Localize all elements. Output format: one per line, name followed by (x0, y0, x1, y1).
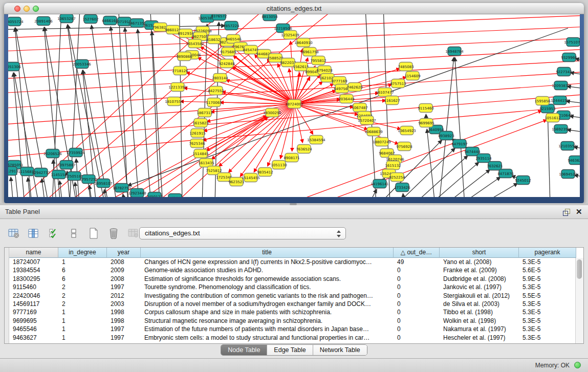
graph-node-8813054[interactable]: 8813054 (262, 14, 278, 21)
graph-node-7625346[interactable]: 7625346 (189, 139, 205, 148)
table-cell-year[interactable]: 2008 (107, 275, 141, 283)
table-row[interactable]: 1456911722003Disruption of a novel membe… (9, 300, 577, 308)
table-cell-short[interactable]: Hescheler et al. (1997) (440, 334, 519, 342)
graph-node-12213393[interactable]: 12213393 (168, 83, 187, 92)
graph-node-9115460[interactable]: 9115460 (418, 104, 433, 113)
graph-node-8454749[interactable]: 8454749 (243, 46, 258, 54)
column-header-short[interactable]: short (440, 248, 519, 258)
network-window-titlebar[interactable]: citations_edges.txt (4, 3, 584, 14)
graph-node-1067487[interactable]: 1067487 (352, 103, 367, 112)
graph-node-7857224[interactable]: 7857224 (223, 21, 239, 30)
table-row[interactable]: 911546021997Tourette syndrome. Phenomeno… (9, 283, 577, 291)
table-cell-short[interactable]: Dudbridge et al. (2008) (440, 275, 519, 283)
graph-node-16107477[interactable]: 16107477 (376, 88, 394, 97)
graph-node-9756928[interactable]: 9756928 (396, 142, 412, 151)
graph-node-6497568[interactable]: 6497568 (334, 84, 350, 93)
graph-node-7485083[interactable]: 7485083 (398, 62, 413, 71)
graph-node-11156819[interactable]: 11156819 (18, 167, 36, 176)
graph-node-15751074[interactable]: 15751074 (564, 38, 580, 47)
graph-node-9175685[interactable]: 9175685 (220, 48, 236, 56)
graph-node-9699695[interactable]: 9699695 (418, 119, 434, 127)
table-cell-title[interactable]: Genome-wide association studies in ADHD. (141, 266, 394, 274)
graph-node-16961758[interactable]: 16961758 (300, 48, 319, 56)
table-cell-year[interactable]: 1997 (107, 325, 141, 333)
table-cell-out_degree[interactable]: 0 (394, 266, 440, 274)
tab-edge-table[interactable]: Edge Table (267, 345, 313, 355)
table-scrollbar[interactable] (575, 258, 583, 344)
graph-node-17359924[interactable]: 17359924 (67, 148, 85, 157)
tab-node-table[interactable]: Node Table (221, 345, 267, 355)
graph-node-9835412[interactable]: 9835412 (257, 168, 273, 177)
table-row[interactable]: 946362711997Embryonic stem cells: a mode… (9, 334, 577, 342)
table-cell-short[interactable]: Franke et al. (2009) (440, 266, 519, 274)
table-cell-short[interactable]: Wolkin et al. (1998) (440, 317, 519, 325)
graph-node-9245012[interactable]: 9245012 (515, 176, 531, 185)
column-header-title[interactable]: title (141, 248, 394, 258)
table-cell-short[interactable]: Jankovic et al. (1997) (440, 283, 519, 291)
graph-node-1514845[interactable]: 1514845 (192, 149, 208, 158)
graph-node-1261915[interactable]: 1261915 (189, 129, 205, 138)
table-cell-out_degree[interactable]: 0 (394, 334, 440, 342)
table-cell-in_degree[interactable]: 1 (58, 334, 107, 342)
table-cell-pagerank[interactable]: 5.3E-5 (519, 258, 576, 266)
table-cell-name[interactable]: 14569117 (9, 300, 58, 308)
graph-node-12444150[interactable]: 12444150 (551, 96, 569, 105)
column-header-in_degree[interactable]: in_degree (58, 248, 107, 258)
table-cell-in_degree[interactable]: 6 (58, 275, 107, 283)
graph-node-14671355[interactable]: 14671355 (128, 19, 146, 28)
table-cell-pagerank[interactable]: 5.3E-5 (519, 300, 576, 308)
table-row[interactable]: 1872400712008Changes of HCN gene express… (9, 258, 577, 266)
graph-node-15692391[interactable]: 15692391 (552, 125, 570, 134)
close-panel-icon[interactable]: ✕ (576, 207, 582, 217)
table-cell-year[interactable]: 2009 (107, 266, 141, 274)
graph-node-8186328[interactable]: 8186328 (206, 35, 222, 44)
table-row[interactable]: 1938455462009Genome-wide association stu… (9, 266, 577, 274)
table-cell-out_degree[interactable]: 0 (394, 308, 440, 316)
graph-node-1867313[interactable]: 1867313 (197, 108, 212, 117)
graph-node-15145455[interactable]: 15145455 (242, 173, 260, 182)
table-cell-title[interactable]: Estimation of significance thresholds fo… (141, 275, 394, 283)
graph-node-9463627[interactable]: 9463627 (568, 156, 580, 165)
graph-node-16948784[interactable]: 16948784 (445, 47, 464, 56)
table-row[interactable]: 1830029562008Estimation of significance … (9, 275, 577, 283)
table-cell-out_degree[interactable]: 0 (394, 283, 440, 291)
float-panel-icon[interactable] (563, 209, 570, 215)
table-row[interactable]: 977716911998Corpus callosum shape and si… (9, 308, 577, 316)
graph-node-12923448[interactable]: 12923448 (128, 189, 146, 198)
table-cell-name[interactable]: 9115460 (9, 283, 58, 291)
table-cell-out_degree[interactable]: 0 (394, 317, 440, 325)
graph-node-9463325[interactable]: 9463325 (167, 194, 183, 198)
table-cell-year[interactable]: 2003 (107, 300, 141, 308)
graph-node-7955812[interactable]: 7955812 (310, 56, 326, 65)
graph-node-7963822[interactable]: 7963822 (152, 23, 168, 32)
graph-node-1051612[interactable]: 1051612 (545, 114, 560, 122)
graph-node-9329966[interactable]: 9329966 (561, 53, 577, 62)
column-header-out_degree[interactable]: △ out_de… (394, 248, 440, 258)
graph-node-7632621[interactable]: 7632621 (487, 162, 503, 170)
graph-node-3912913[interactable]: 3912913 (8, 167, 18, 176)
graph-node-8822037[interactable]: 8822037 (280, 58, 296, 67)
graph-node-20206526[interactable]: 20206526 (43, 149, 62, 158)
table-cell-pagerank[interactable]: 5.3E-5 (519, 308, 576, 316)
table-cell-in_degree[interactable]: 6 (58, 266, 107, 274)
table-selector-dropdown[interactable]: citations_edges.txt (139, 227, 346, 239)
table-row[interactable]: 969969511998Structural magnetic resonanc… (9, 317, 577, 325)
table-cell-title[interactable]: Estimation of the future numbers of pati… (141, 325, 394, 333)
table-cell-pagerank[interactable]: 5.3E-5 (519, 325, 576, 333)
table-cell-name[interactable]: 18300295 (9, 275, 58, 283)
network-canvas[interactable]: 1405572420891406106532871527602646616310… (8, 14, 580, 197)
new-document-icon[interactable] (87, 227, 100, 240)
graph-node-2588520[interactable]: 2588520 (267, 54, 283, 62)
table-cell-in_degree[interactable]: 2 (58, 292, 107, 300)
graph-node-7462620[interactable]: 7462620 (346, 83, 362, 92)
graph-node-6479197[interactable]: 6479197 (451, 140, 467, 148)
graph-node-8908171[interactable]: 8908171 (284, 154, 299, 162)
graph-node-8757513[interactable]: 8757513 (390, 79, 406, 88)
table-cell-year[interactable]: 2008 (107, 258, 141, 266)
graph-node-18724007[interactable]: 18724007 (285, 100, 303, 108)
graph-node-8938923[interactable]: 8938923 (438, 132, 454, 140)
graph-node-10653287[interactable]: 10653287 (57, 14, 76, 23)
table-cell-out_degree[interactable]: 0 (394, 292, 440, 300)
graph-node-1051130[interactable]: 1051130 (271, 161, 287, 169)
table-cell-title[interactable]: Disruption of a novel member of a sodium… (141, 300, 394, 308)
